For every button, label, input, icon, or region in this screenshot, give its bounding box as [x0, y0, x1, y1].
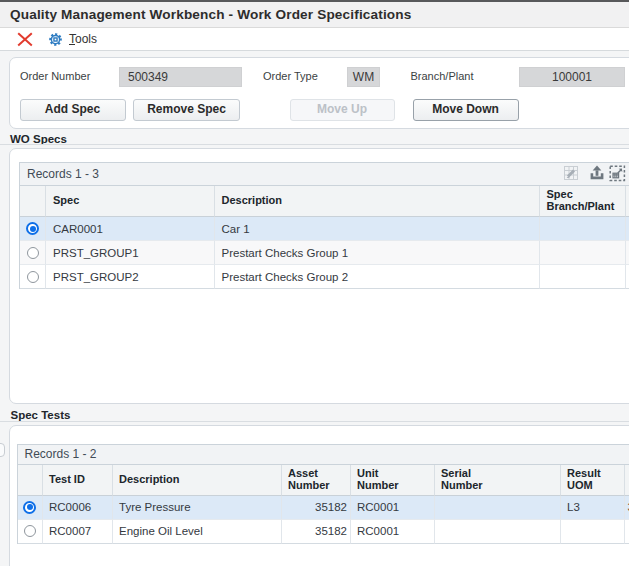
order-type-label: Order Type: [263, 66, 318, 86]
spec-tests-row-1-description[interactable]: Tyre Pressure: [113, 496, 282, 520]
wo-specs-row-3-spec[interactable]: PRST_GROUP2: [46, 265, 215, 289]
spec-tests-row-1[interactable]: RC0006 Tyre Pressure 35182 RC0001 L3 3: [18, 496, 629, 520]
spec-tests-header-row: Test ID Description Asset Number Unit Nu…: [18, 465, 629, 496]
spec-tests-row-2-result-uom[interactable]: [561, 520, 625, 544]
tools-menu[interactable]: Tools: [48, 28, 97, 50]
wo-specs-row-2[interactable]: PRST_GROUP1 Prestart Checks Group 1: [20, 241, 629, 265]
menu-toolbar: Tools: [0, 28, 629, 51]
spec-tests-column-unit-number[interactable]: Unit Number: [351, 465, 435, 496]
move-down-button[interactable]: Move Down: [413, 99, 519, 121]
spec-tests-row-1-test-id[interactable]: RC0006: [43, 496, 113, 520]
spec-tests-records-count: Records 1 - 2: [25, 445, 97, 464]
wo-specs-column-spec[interactable]: Spec: [46, 186, 215, 218]
wo-specs-header-row: Spec Description Spec Branch/Plant: [20, 186, 629, 218]
wo-specs-column-description[interactable]: Description: [215, 186, 540, 218]
wo-specs-records-bar: Records 1 - 3: [20, 162, 629, 186]
wo-specs-row-3-spec-branch-plant[interactable]: [540, 265, 627, 289]
gear-icon: [48, 32, 63, 47]
spec-tests-rule: [0, 421, 629, 422]
wo-specs-row-1-radio-cell[interactable]: [20, 217, 46, 241]
close-icon[interactable]: [17, 32, 33, 47]
grid-edit-icon[interactable]: [563, 165, 579, 181]
radio-unselected-icon[interactable]: [27, 271, 39, 283]
wo-specs-row-2-radio-cell[interactable]: [20, 241, 46, 265]
wo-specs-grid: Records 1 - 3 Spec Description Spec Bran…: [19, 162, 629, 290]
spec-tests-row-2-description[interactable]: Engine Oil Level: [113, 520, 282, 544]
spec-tests-row-2-unit-number[interactable]: RC0001: [351, 520, 435, 544]
wo-specs-row-1-spec[interactable]: CAR0001: [46, 217, 215, 241]
spec-tests-row-2-asset-number[interactable]: 35182: [282, 520, 351, 544]
add-spec-button[interactable]: Add Spec: [20, 99, 126, 121]
wo-specs-records-count: Records 1 - 3: [27, 163, 99, 185]
wo-specs-row-2-spec[interactable]: PRST_GROUP1: [46, 241, 215, 265]
wo-specs-grid-toolbar: [563, 165, 626, 182]
application-window: Quality Management Workbench - Work Orde…: [0, 0, 629, 566]
spec-tests-row-2-test-id[interactable]: RC0007: [43, 520, 113, 544]
export-grid-icon[interactable]: [589, 165, 605, 181]
wo-specs-row-1-description[interactable]: Car 1: [215, 217, 540, 241]
wo-specs-select-column-header: [20, 186, 46, 218]
radio-selected-icon[interactable]: [26, 222, 39, 235]
spec-tests-row-2-radio-cell[interactable]: [18, 520, 44, 544]
wo-specs-row-1[interactable]: CAR0001 Car 1: [20, 217, 629, 241]
spec-tests-row-1-serial-number[interactable]: [435, 496, 561, 520]
title-bar: Quality Management Workbench - Work Orde…: [0, 2, 629, 28]
spec-tests-column-result-uom[interactable]: Result UOM: [561, 465, 625, 496]
wo-specs-section-title: WO Specs: [10, 133, 67, 145]
wo-specs-rule: [0, 144, 629, 145]
tools-label: Tools: [69, 32, 97, 46]
spec-tests-records-bar: Records 1 - 2: [18, 444, 629, 465]
spec-tests-row-1-radio-cell[interactable]: [18, 496, 44, 520]
spec-tests-grid: Records 1 - 2 Test ID Description Asset …: [17, 444, 629, 544]
remove-spec-button[interactable]: Remove Spec: [133, 99, 240, 121]
order-number-field[interactable]: 500349: [119, 67, 242, 87]
wo-specs-row-3-radio-cell[interactable]: [20, 265, 46, 289]
radio-unselected-icon[interactable]: [24, 525, 36, 537]
expand-grid-icon[interactable]: [609, 165, 626, 182]
spec-tests-section-title: Spec Tests: [11, 409, 71, 421]
spec-tests-column-filler: [625, 465, 629, 496]
radio-unselected-icon[interactable]: [27, 247, 39, 259]
order-type-field[interactable]: WM: [347, 67, 380, 87]
scroll-handle-fragment[interactable]: [0, 443, 5, 457]
spec-tests-column-test-id[interactable]: Test ID: [43, 465, 113, 496]
window-title: Quality Management Workbench - Work Orde…: [10, 2, 411, 27]
wo-specs-column-spec-branch-plant[interactable]: Spec Branch/Plant: [540, 186, 627, 218]
move-up-button[interactable]: Move Up: [290, 99, 395, 121]
spec-tests-column-serial-number[interactable]: Serial Number: [435, 465, 561, 496]
spec-tests-row-1-asset-number[interactable]: 35182: [282, 496, 351, 520]
wo-specs-row-3-description[interactable]: Prestart Checks Group 2: [215, 265, 540, 289]
spec-tests-row-1-result-uom[interactable]: L3: [561, 496, 625, 520]
branch-plant-label: Branch/Plant: [411, 66, 474, 86]
spec-tests-row-1-unit-number[interactable]: RC0001: [351, 496, 435, 520]
spec-tests-row-2-filler: [625, 520, 629, 544]
wo-specs-row-1-spec-branch-plant[interactable]: [540, 217, 627, 241]
spec-tests-row-2-serial-number[interactable]: [435, 520, 561, 544]
wo-specs-row-2-description[interactable]: Prestart Checks Group 1: [215, 241, 540, 265]
spec-tests-column-asset-number[interactable]: Asset Number: [282, 465, 351, 496]
branch-plant-field[interactable]: 100001: [519, 67, 625, 87]
order-number-label: Order Number: [20, 66, 90, 86]
radio-selected-icon[interactable]: [23, 501, 36, 514]
spec-tests-column-description[interactable]: Description: [113, 465, 282, 496]
spec-tests-row-2[interactable]: RC0007 Engine Oil Level 35182 RC0001: [18, 520, 629, 544]
header-panel: Order Number 500349 Order Type WM Branch…: [9, 57, 629, 129]
spec-tests-select-column-header: [18, 465, 44, 496]
spec-tests-row-1-next-column-partial[interactable]: 3: [625, 496, 629, 520]
wo-specs-row-2-spec-branch-plant[interactable]: [540, 241, 627, 265]
wo-specs-row-3[interactable]: PRST_GROUP2 Prestart Checks Group 2: [20, 265, 629, 289]
